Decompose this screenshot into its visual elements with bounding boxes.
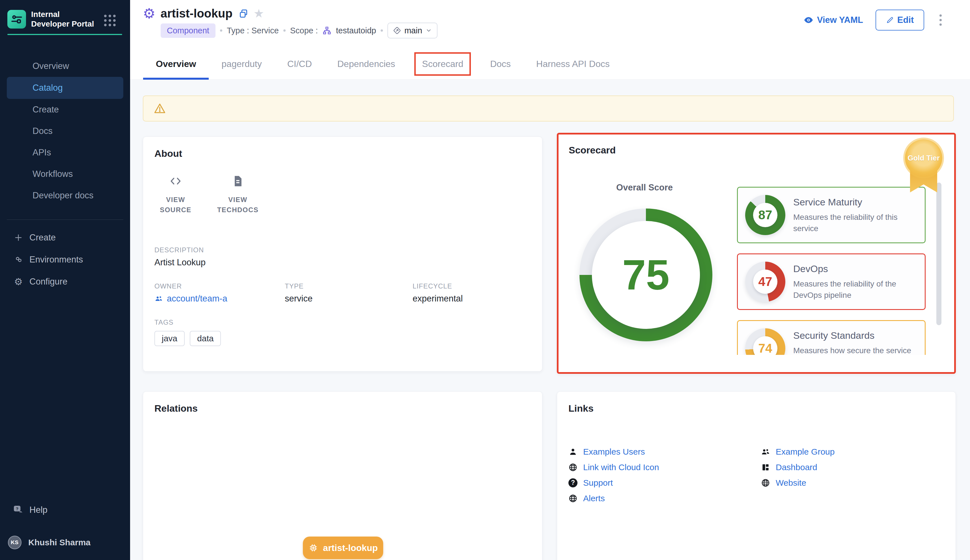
lifecycle-field: LIFECYCLE experimental	[413, 282, 531, 304]
tags-field: TAGS java data	[154, 318, 531, 346]
eye-icon	[803, 15, 814, 25]
description-value: Artist Lookup	[154, 257, 531, 268]
tab-harness-api-docs[interactable]: Harness API Docs	[523, 48, 622, 80]
link-support[interactable]: ? Support	[569, 475, 761, 490]
more-options-kebab-icon[interactable]	[937, 12, 945, 28]
about-card: About VIEW SOURCE VIEW TECHDOCS DESCRIPT…	[143, 137, 542, 372]
sidebar-item-create[interactable]: Create	[0, 99, 130, 120]
apps-grid-icon[interactable]	[104, 15, 116, 27]
sidebar-item-environments[interactable]: Environments	[0, 248, 130, 271]
pencil-icon	[886, 16, 894, 24]
user-menu[interactable]: KS Khushi Sharma	[0, 535, 130, 550]
avatar: KS	[8, 536, 22, 549]
warning-banner	[143, 95, 954, 122]
dot-separator	[283, 29, 286, 32]
dot-separator	[220, 29, 222, 32]
score-name: Security Standards	[793, 330, 917, 341]
tag-chip[interactable]: java	[154, 331, 185, 346]
user-icon	[569, 447, 577, 456]
view-source-button[interactable]: VIEW SOURCE	[154, 175, 197, 215]
sidebar-item-workflows[interactable]: Workflows	[0, 163, 130, 185]
tab-pagerduty[interactable]: pagerduty	[209, 48, 274, 80]
score-name: Service Maturity	[793, 197, 917, 208]
owner-link[interactable]: account/team-a	[154, 293, 285, 304]
tab-scorecard[interactable]: Scorecard	[408, 48, 477, 80]
link-alerts[interactable]: Alerts	[569, 490, 761, 506]
score-description: Measures the reliability of this service	[793, 212, 917, 234]
scrollbar-thumb[interactable]	[937, 183, 942, 325]
tab-docs[interactable]: Docs	[477, 48, 523, 80]
about-fields: OWNER account/team-a TYPE service LIFECY…	[154, 282, 531, 304]
user-name: Khushi Sharma	[28, 538, 90, 547]
about-actions: VIEW SOURCE VIEW TECHDOCS	[154, 175, 531, 215]
globe-icon	[569, 494, 577, 503]
link-examples-users[interactable]: Examples Users	[569, 444, 761, 459]
link-dashboard[interactable]: Dashboard	[761, 459, 944, 475]
tier-badge: Gold Tier	[905, 139, 942, 177]
overall-score-value: 75	[622, 251, 670, 300]
relations-card: Relations artist-lookup	[143, 391, 542, 560]
links-card: Links Examples Users Link with Cloud Ico…	[557, 391, 956, 560]
view-techdocs-button[interactable]: VIEW TECHDOCS	[217, 175, 259, 215]
kind-badge: Component	[161, 23, 216, 38]
brand-divider	[7, 34, 122, 35]
sidebar-item-developer-docs[interactable]: Developer docs	[0, 185, 130, 206]
sidebar-item-apis[interactable]: APIs	[0, 142, 130, 163]
sidebar-footer-nav: Create Environments ⚙ Configure	[0, 227, 130, 293]
warning-triangle-icon	[154, 102, 166, 115]
entity-meta: Component Type : Service Scope : testaut…	[161, 23, 438, 38]
branch-selector[interactable]: main	[388, 23, 438, 38]
gear-icon: ⚙	[13, 277, 23, 287]
scope-label: Scope :	[290, 26, 318, 35]
sidebar-item-create-entity[interactable]: Create	[0, 227, 130, 248]
tab-overview[interactable]: Overview	[143, 48, 209, 80]
tag-chip[interactable]: data	[190, 331, 221, 346]
header-actions: View YAML Edit	[803, 10, 945, 30]
relations-node-artist-lookup[interactable]: artist-lookup	[303, 537, 383, 559]
title-row: ⚙ artist-lookup ★	[143, 5, 264, 22]
plus-icon	[13, 233, 23, 242]
owner-field: OWNER account/team-a	[154, 282, 285, 304]
help-circle-icon: ?	[569, 478, 577, 487]
sidebar-nav: Overview Catalog Create Docs APIs Workfl…	[0, 55, 130, 206]
overall-score-block: Overall Score 75	[579, 183, 709, 341]
group-icon	[761, 447, 770, 456]
annotation-box: Scorecard	[414, 52, 471, 76]
sidebar-item-catalog[interactable]: Catalog	[7, 77, 123, 99]
document-icon	[232, 175, 244, 187]
scorecard-list: 87 Service Maturity Measures the reliabi…	[737, 187, 926, 355]
sidebar-item-configure[interactable]: ⚙ Configure	[0, 271, 130, 293]
org-hierarchy-icon	[323, 26, 331, 35]
entity-type: Type : Service	[227, 26, 279, 35]
score-description: Measures the reliability of the DevOps p…	[793, 278, 917, 301]
dashboard-icon	[761, 463, 770, 472]
scorecard-title: Scorecard	[569, 145, 944, 156]
edit-button[interactable]: Edit	[876, 10, 924, 30]
scope-value: testautoidp	[336, 26, 376, 35]
code-icon	[169, 175, 182, 187]
sidebar-help[interactable]: ? Help	[0, 500, 130, 520]
view-yaml-button[interactable]: View YAML	[803, 15, 863, 25]
component-gear-icon: ⚙	[143, 7, 156, 21]
score-gauge: 47	[745, 262, 785, 302]
copy-icon[interactable]	[239, 9, 248, 18]
favorite-star-icon[interactable]: ★	[253, 8, 264, 20]
branch-icon	[393, 27, 401, 35]
scorecard-card: Scorecard Gold Tier Overall Score 75 87 …	[557, 133, 956, 374]
chevron-down-icon	[426, 27, 432, 33]
scorecard-item-service-maturity[interactable]: 87 Service Maturity Measures the reliabi…	[737, 187, 926, 243]
link-cloud-icon[interactable]: Link with Cloud Icon	[569, 459, 761, 475]
relations-title: Relations	[154, 403, 531, 414]
sidebar-item-overview[interactable]: Overview	[0, 55, 130, 77]
links-title: Links	[569, 403, 944, 414]
tab-cicd[interactable]: CI/CD	[274, 48, 324, 80]
scorecard-item-security-standards[interactable]: 74 Security Standards Measures how secur…	[737, 320, 926, 355]
link-example-group[interactable]: Example Group	[761, 444, 944, 459]
description-label: DESCRIPTION	[154, 246, 531, 254]
svg-text:?: ?	[16, 506, 18, 511]
tab-dependencies[interactable]: Dependencies	[324, 48, 408, 80]
overall-score-label: Overall Score	[579, 183, 709, 193]
sidebar-item-docs[interactable]: Docs	[0, 120, 130, 142]
link-website[interactable]: Website	[761, 475, 944, 490]
scorecard-item-devops[interactable]: 47 DevOps Measures the reliability of th…	[737, 253, 926, 310]
